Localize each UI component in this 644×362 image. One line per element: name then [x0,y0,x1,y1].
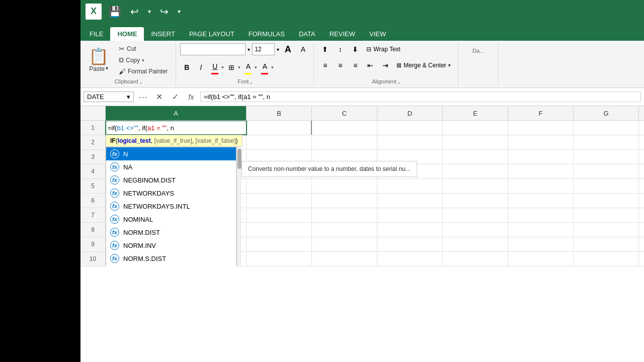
mid-align-button[interactable]: ↕ [333,43,347,56]
cell-c6[interactable] [312,194,377,208]
cell-d5[interactable] [377,179,443,193]
save-icon[interactable]: 💾 [107,4,123,20]
cell-b6[interactable] [247,194,312,208]
cell-e5[interactable] [443,179,508,193]
col-header-g[interactable]: G [574,106,639,120]
cell-e1[interactable] [443,121,508,135]
underline-dropdown-arrow[interactable]: ▾ [221,65,224,70]
col-header-h[interactable]: H [639,106,644,120]
cell-g6[interactable] [574,194,639,208]
col-header-d[interactable]: D [377,106,443,120]
cell-c9[interactable] [312,237,377,251]
wrap-text-button[interactable]: ⊟ Wrap Text [363,43,404,56]
formula-bar-more-button[interactable]: ⋯ [136,90,150,104]
decrease-indent-button[interactable]: ⇤ [363,59,377,72]
format-painter-button[interactable]: 🖌 Format Painter [117,66,170,76]
cell-d10[interactable] [377,252,443,266]
col-header-c[interactable]: C [312,106,377,120]
cell-d1[interactable] [377,121,443,135]
cell-f4[interactable] [508,164,574,178]
cut-button[interactable]: ✂ Cut [117,44,170,54]
cell-c7[interactable] [312,208,377,222]
col-header-a[interactable]: A [106,106,247,120]
row-num-5[interactable]: 5 [80,179,106,193]
row-num-7[interactable]: 7 [80,208,106,222]
redo-icon[interactable]: ↪ [158,4,171,20]
autocomplete-item-networkdays[interactable]: fx NETWORKDAYS [106,187,236,200]
font-grow-button[interactable]: A [281,43,294,56]
cell-b8[interactable] [247,223,312,237]
autocomplete-item-norm-inv[interactable]: fx NORM.INV [106,239,236,252]
row-num-1[interactable]: 1 [80,121,106,135]
cell-e4[interactable] [443,164,508,178]
cell-b10[interactable] [247,252,312,266]
cell-f8[interactable] [508,223,574,237]
merge-center-dropdown-arrow[interactable]: ▾ [448,63,451,68]
cell-f5[interactable] [508,179,574,193]
cell-g1[interactable] [574,121,639,135]
cell-c5[interactable] [312,179,377,193]
clipboard-expand-icon[interactable]: ⌟ [139,79,142,84]
row-num-9[interactable]: 9 [80,237,106,251]
cell-g9[interactable] [574,237,639,251]
cell-f9[interactable] [508,237,574,251]
row-num-10[interactable]: 10 [80,252,106,266]
tab-data[interactable]: DATA [292,27,323,41]
cell-e6[interactable] [443,194,508,208]
cell-e3[interactable] [443,150,508,164]
tab-file[interactable]: FILE [83,27,110,41]
formula-fx-button[interactable]: fx [184,90,198,104]
copy-dropdown-arrow[interactable]: ▾ [142,58,144,63]
alignment-expand-icon[interactable]: ⌟ [397,79,400,84]
tab-view[interactable]: VIEW [362,27,393,41]
cell-f7[interactable] [508,208,574,222]
formula-cancel-button[interactable]: ✕ [152,90,166,104]
row-num-6[interactable]: 6 [80,194,106,208]
cell-d7[interactable] [377,208,443,222]
autocomplete-item-norm-dist[interactable]: fx NORM.DIST [106,226,236,239]
right-align-button[interactable]: ≡ [348,59,362,72]
tab-review[interactable]: REVIEW [323,27,362,41]
cell-h5[interactable] [639,179,644,193]
cell-b7[interactable] [247,208,312,222]
formula-input-display[interactable]: =if(b1 <>"", if(a1 = "", n [200,92,641,102]
row-num-2[interactable]: 2 [80,135,106,149]
fill-dropdown-arrow[interactable]: ▾ [255,65,257,70]
cell-h7[interactable] [639,208,644,222]
cell-h6[interactable] [639,194,644,208]
center-align-button[interactable]: ≡ [333,59,347,72]
cell-c2[interactable] [312,135,377,149]
cell-g5[interactable] [574,179,639,193]
undo-icon[interactable]: ↩ [128,4,141,20]
cell-g8[interactable] [574,223,639,237]
undo-dropdown-icon[interactable]: ▾ [146,6,153,17]
cell-h9[interactable] [639,237,644,251]
cell-b9[interactable] [247,237,312,251]
left-align-button[interactable]: ≡ [318,59,332,72]
increase-indent-button[interactable]: ⇥ [378,59,392,72]
cell-f1[interactable] [508,121,574,135]
cell-f2[interactable] [508,135,574,149]
underline-button[interactable]: U ▾ [208,60,224,74]
cell-h8[interactable] [639,223,644,237]
formula-confirm-button[interactable]: ✓ [168,90,182,104]
row-num-4[interactable]: 4 [80,164,106,178]
font-shrink-button[interactable]: A [296,43,309,56]
merge-center-button[interactable]: ⊠ Merge & Center ▾ [393,59,454,72]
font-size-input[interactable] [252,43,275,55]
cell-f6[interactable] [508,194,574,208]
autocomplete-item-networkdays-intl[interactable]: fx NETWORKDAYS.INTL [106,200,236,213]
cell-b5[interactable] [247,179,312,193]
col-header-b[interactable]: B [247,106,312,120]
cell-b1[interactable] [247,121,312,135]
font-expand-icon[interactable]: ⌟ [250,79,252,84]
cell-h3[interactable] [639,150,644,164]
row-num-3[interactable]: 3 [80,150,106,164]
paste-dropdown-arrow[interactable]: ▾ [106,65,108,71]
font-size-dropdown[interactable]: ▾ [277,47,279,52]
copy-button[interactable]: ⧉ Copy ▾ [117,55,170,65]
cell-d2[interactable] [377,135,443,149]
font-name-input[interactable] [180,43,246,55]
tab-home[interactable]: HOME [110,27,144,41]
bot-align-button[interactable]: ⬇ [348,43,362,56]
